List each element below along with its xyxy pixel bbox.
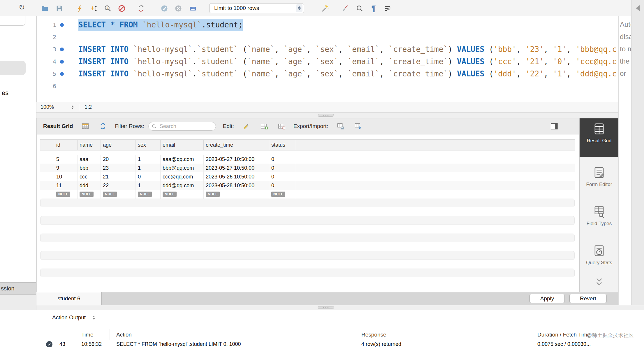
cell-status[interactable]: 0 [269, 172, 296, 181]
cell-null-status[interactable]: NULL [269, 190, 296, 199]
row-selector[interactable] [40, 155, 54, 164]
cell-null-age[interactable]: NULL [101, 190, 136, 199]
row-selector[interactable] [40, 190, 54, 199]
row-selector[interactable] [40, 181, 54, 190]
row-selector[interactable] [40, 164, 54, 172]
column-header-sex[interactable]: sex [136, 140, 161, 150]
sql-editor[interactable]: 1SELECT * FROM `hello-mysql`.student;23I… [36, 16, 618, 102]
column-header-age[interactable]: age [101, 140, 136, 150]
cell-email[interactable]: aaa@qq.com [161, 155, 204, 164]
cell-status[interactable]: 0 [269, 155, 296, 164]
search-input[interactable] [159, 123, 210, 130]
table-row[interactable]: 9bbb231bbb@qq.com2023-05-27 10:50:000 [40, 164, 575, 172]
cell-create_time[interactable]: 2023-05-27 10:50:00 [204, 164, 269, 172]
rollback-x-icon[interactable] [173, 3, 184, 14]
execute-statement-bolt-icon[interactable] [89, 3, 99, 14]
column-header-id[interactable]: id [54, 140, 78, 150]
splitter-grip-icon[interactable] [318, 306, 334, 309]
cell-name[interactable]: bbb [78, 164, 101, 172]
column-header-status[interactable]: status [269, 140, 296, 150]
special-keys-icon[interactable] [188, 3, 198, 14]
collapse-panel-icon[interactable] [636, 5, 640, 11]
row-selector-corner[interactable] [40, 140, 54, 150]
rail-item-result-grid[interactable]: Result Grid [580, 118, 619, 157]
action-output-row[interactable]: 4310:56:32SELECT * FROM `hello-mysql`.st… [0, 340, 644, 347]
cell-status[interactable]: 0 [269, 181, 296, 190]
empty-grid-row[interactable] [40, 216, 575, 225]
insert-row-icon[interactable] [259, 121, 269, 131]
column-header-time[interactable]: Time [81, 332, 94, 338]
table-row[interactable]: 11ddd221ddd@qq.com2023-05-28 10:50:000 [40, 181, 575, 190]
tab-student6[interactable]: student 6 [36, 292, 102, 305]
output-splitter[interactable] [0, 305, 644, 310]
code-line[interactable]: 6 [37, 80, 618, 92]
beautify-wand-icon[interactable] [320, 3, 330, 14]
wrap-text-icon[interactable] [382, 3, 393, 14]
empty-grid-row[interactable] [40, 199, 575, 207]
filter-search-box[interactable] [148, 122, 216, 131]
empty-grid-row[interactable] [40, 225, 575, 234]
export-recordset-icon[interactable] [336, 121, 346, 131]
rail-item-form-editor[interactable]: Form Editor [580, 162, 619, 187]
cell-email[interactable]: bbb@qq.com [161, 164, 204, 172]
cell-id[interactable]: 5 [54, 155, 78, 164]
cell-age[interactable]: 20 [101, 155, 136, 164]
execute-bolt-icon[interactable] [75, 3, 85, 14]
cell-id[interactable]: 11 [54, 181, 78, 190]
empty-grid-row[interactable] [40, 260, 575, 269]
rail-item-field-types[interactable]: Field Types [580, 201, 619, 227]
clean-broom-icon[interactable] [340, 3, 350, 14]
output-selector-stepper-icon[interactable] [93, 316, 95, 320]
cell-create_time[interactable]: 2023-05-28 10:50:00 [204, 181, 269, 190]
column-header-create_time[interactable]: create_time [204, 140, 269, 150]
cell-name[interactable]: ddd [78, 181, 101, 190]
rail-item-query-stats[interactable]: Query Stats [580, 240, 619, 266]
empty-grid-row[interactable] [40, 277, 575, 286]
code-line[interactable]: 3INSERT INTO `hello-mysql`.`student` (`n… [37, 43, 618, 55]
cell-status[interactable]: 0 [269, 164, 296, 172]
splitter-grip-icon[interactable] [318, 114, 334, 117]
column-header-duration[interactable]: Duration / Fetch Time [537, 332, 590, 338]
save-script-icon[interactable] [54, 3, 65, 14]
invisible-chars-pilcrow-icon[interactable]: ¶ [368, 3, 379, 14]
cell-id[interactable]: 9 [54, 164, 78, 172]
toggle-preview-panel-icon[interactable] [550, 122, 559, 131]
table-row[interactable]: 10ccc210ccc@qq.com2023-05-26 10:50:000 [40, 172, 575, 181]
cell-create_time[interactable]: 2023-05-26 10:50:00 [204, 172, 269, 181]
code-line[interactable]: 5INSERT INTO `hello-mysql`.`student` (`n… [37, 68, 618, 80]
column-header-response[interactable]: Response [361, 332, 386, 338]
cell-name[interactable]: aaa [78, 155, 101, 164]
cell-sex[interactable]: 0 [136, 172, 161, 181]
empty-grid-row[interactable] [40, 251, 575, 260]
code-line[interactable]: 2 [37, 31, 618, 43]
cell-name[interactable]: ccc [78, 172, 101, 181]
cell-age[interactable]: 22 [101, 181, 136, 190]
revert-button[interactable]: Revert [569, 294, 607, 303]
cell-null-email[interactable]: NULL [161, 190, 204, 199]
column-header-email[interactable]: email [161, 140, 204, 150]
cell-age[interactable]: 23 [101, 164, 136, 172]
cell-null-id[interactable]: NULL [54, 190, 78, 199]
code-line[interactable]: 4INSERT INTO `hello-mysql`.`student` (`n… [37, 55, 618, 68]
table-row[interactable]: 5aaa201aaa@qq.com2023-05-27 10:50:000 [40, 155, 575, 164]
cell-null-sex[interactable]: NULL [136, 190, 161, 199]
edit-record-pencil-icon[interactable] [242, 121, 251, 131]
grid-view-icon[interactable] [80, 121, 90, 131]
cell-id[interactable]: 10 [54, 172, 78, 181]
toggle-autocommit-icon[interactable] [136, 3, 146, 14]
limit-rows-select[interactable]: Limit to 1000 rows [209, 3, 304, 13]
column-header-name[interactable]: name [78, 140, 101, 150]
open-script-icon[interactable] [40, 3, 50, 14]
commit-check-icon[interactable] [159, 3, 170, 14]
empty-grid-row[interactable] [40, 207, 575, 216]
cell-email[interactable]: ddd@qq.com [161, 181, 204, 190]
code-line[interactable]: 1SELECT * FROM `hello-mysql`.student; [37, 19, 618, 31]
cell-age[interactable]: 21 [101, 172, 136, 181]
refresh-icon[interactable]: ↻ [19, 3, 25, 12]
column-header-action[interactable]: Action [116, 332, 132, 338]
zoom-stepper-icon[interactable] [71, 106, 74, 109]
editor-result-splitter[interactable] [0, 112, 644, 118]
stop-query-icon[interactable] [117, 3, 127, 14]
import-records-icon[interactable] [353, 121, 363, 131]
delete-row-icon[interactable] [277, 121, 286, 131]
